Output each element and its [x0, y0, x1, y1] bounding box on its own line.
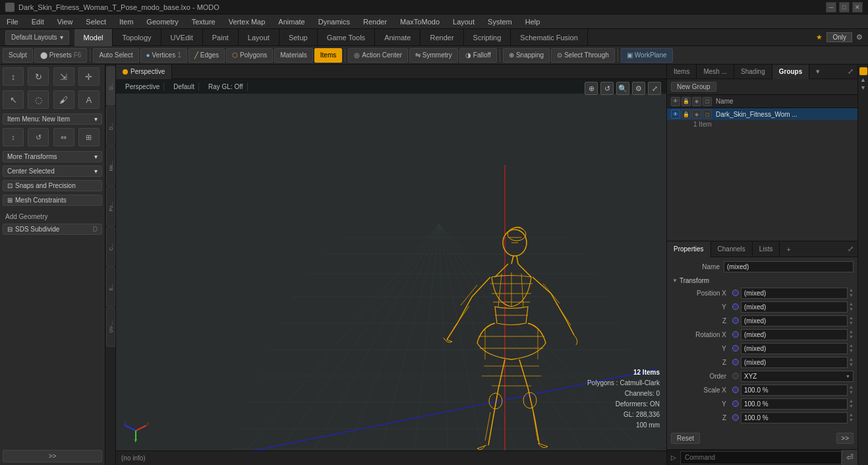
pt-add-button[interactable]: +: [782, 245, 794, 253]
menu-geometry[interactable]: Geometry: [140, 15, 185, 29]
gh-select-icon[interactable]: ◻: [703, 97, 712, 106]
tab-topology[interactable]: Topology: [113, 29, 161, 46]
menu-texture[interactable]: Texture: [185, 15, 222, 29]
tab-scripting[interactable]: Scripting: [464, 29, 511, 46]
side-item-5[interactable]: C...: [106, 227, 115, 266]
tab-paint[interactable]: Paint: [203, 29, 239, 46]
group-eye-icon[interactable]: 👁: [671, 109, 680, 119]
menu-help[interactable]: Help: [519, 15, 547, 29]
rp-tab-mesh[interactable]: Mesh ...: [697, 65, 734, 79]
edges-button[interactable]: ╱ Edges: [188, 48, 225, 63]
group-lock-icon[interactable]: 🔒: [681, 109, 691, 119]
mesh-constraints-button[interactable]: ⊞ Mesh Constraints: [3, 195, 102, 206]
tab-setup[interactable]: Setup: [279, 29, 318, 46]
rp-expand-button[interactable]: ⤢: [844, 67, 857, 76]
presets-button[interactable]: ⬤ Presets F6: [34, 48, 88, 63]
menu-edit[interactable]: Edit: [25, 15, 51, 29]
prop-rotation-x-arrows[interactable]: ▲ ▼: [849, 329, 854, 340]
star-button[interactable]: ★: [816, 33, 823, 42]
prop-rotation-x-value[interactable]: (mixed): [741, 329, 848, 340]
prop-rotation-z-value[interactable]: (mixed): [741, 357, 848, 368]
tool-select-arrow[interactable]: ↖: [3, 90, 24, 109]
prop-position-z-arrows[interactable]: ▲ ▼: [849, 315, 854, 326]
prop-position-z-circle[interactable]: [732, 317, 739, 324]
prop-scale-z-circle[interactable]: [732, 414, 739, 421]
snapping-button[interactable]: ⊕ Snapping: [503, 48, 550, 63]
vp-ray-gl[interactable]: Ray GL: Off: [204, 82, 248, 91]
side-item-3[interactable]: Me...: [106, 146, 115, 186]
prop-rotation-x-circle[interactable]: [732, 331, 739, 338]
falloff-button[interactable]: ◑ Falloff: [459, 48, 497, 63]
only-button[interactable]: Only: [826, 32, 852, 42]
prop-scale-z-arrows[interactable]: ▲ ▼: [849, 412, 854, 423]
tab-layout[interactable]: Layout: [239, 29, 279, 46]
auto-select-button[interactable]: Auto Select: [93, 48, 138, 63]
rs-active-button[interactable]: [859, 67, 867, 75]
viewport-rotate-icon[interactable]: ↺: [600, 82, 614, 95]
tab-game-tools[interactable]: Game Tools: [318, 29, 376, 46]
new-group-button[interactable]: New Group: [671, 82, 716, 92]
tool-text[interactable]: A: [78, 90, 100, 109]
prop-position-z-value[interactable]: (mixed): [741, 315, 848, 326]
rp-tab-groups[interactable]: Groups: [772, 65, 810, 79]
collapse-button[interactable]: >>: [3, 450, 102, 462]
side-item-7[interactable]: UV-...: [106, 307, 115, 347]
tool-transform[interactable]: ✛: [78, 67, 100, 86]
items-button[interactable]: Items: [314, 48, 342, 63]
rs-up-arrow[interactable]: ▲: [860, 77, 866, 83]
rp-tab-shading[interactable]: Shading: [734, 65, 772, 79]
maximize-button[interactable]: □: [839, 2, 850, 13]
prop-scale-y-value[interactable]: 100.0 %: [741, 398, 848, 410]
command-input[interactable]: [680, 451, 842, 464]
prop-scale-z-value[interactable]: 100.0 %: [741, 412, 848, 423]
menu-select[interactable]: Select: [79, 15, 113, 29]
polygons-button[interactable]: ⬡ Polygons: [226, 48, 273, 63]
command-exec-button[interactable]: ⏎: [842, 450, 857, 466]
rp-tab-add[interactable]: ▾: [812, 67, 824, 76]
tab-render[interactable]: Render: [420, 29, 463, 46]
vp-shader[interactable]: Default: [169, 82, 199, 91]
tool-scale[interactable]: ⇲: [53, 67, 74, 86]
pt-expand-button[interactable]: ⤢: [844, 245, 857, 253]
tool-all-t[interactable]: ⊞: [78, 128, 100, 146]
prop-position-x-value[interactable]: (mixed): [741, 288, 848, 299]
rs-down-arrow[interactable]: ▼: [860, 84, 866, 91]
menu-system[interactable]: System: [481, 15, 519, 29]
prop-position-y-arrows[interactable]: ▲ ▼: [849, 301, 854, 312]
select-through-button[interactable]: ⊙ Select Through: [551, 48, 615, 63]
tab-model[interactable]: Model: [74, 29, 113, 46]
pt-tab-properties[interactable]: Properties: [667, 241, 711, 257]
prop-down-arrow[interactable]: ▼: [849, 293, 854, 298]
viewport-zoom-icon[interactable]: 🔍: [616, 82, 629, 95]
symmetry-button[interactable]: ⇋ Symmetry: [409, 48, 458, 63]
prop-scale-y-arrows[interactable]: ▲ ▼: [849, 398, 854, 409]
tool-scale-t[interactable]: ⇔: [53, 128, 74, 146]
prop-scale-y-circle[interactable]: [732, 400, 739, 407]
viewport-fit-icon[interactable]: ⊕: [585, 82, 598, 95]
menu-vertex-map[interactable]: Vertex Map: [222, 15, 272, 29]
prop-rotation-y-value[interactable]: (mixed): [741, 343, 848, 354]
tool-paint[interactable]: 🖌: [53, 90, 74, 109]
side-item-6[interactable]: E...: [106, 267, 115, 307]
side-item-1[interactable]: D...: [106, 66, 115, 106]
group-select-icon[interactable]: ◻: [703, 109, 712, 119]
side-item-2[interactable]: D...: [106, 106, 115, 146]
more-transforms-dropdown[interactable]: More Transforms ▾: [3, 151, 102, 162]
tool-rotate-t[interactable]: ↺: [28, 128, 49, 146]
action-center-button[interactable]: ◎ Action Center: [348, 48, 408, 63]
prop-position-x-circle[interactable]: [732, 290, 739, 296]
side-item-4[interactable]: Po...: [106, 187, 115, 226]
prop-order-dropdown[interactable]: XYZ: [741, 371, 854, 382]
prop-position-y-value[interactable]: (mixed): [741, 301, 848, 313]
minimize-button[interactable]: ─: [826, 2, 836, 13]
rp-tab-items[interactable]: Items: [667, 65, 697, 79]
viewport-tab-perspective[interactable]: Perspective: [116, 65, 172, 79]
vp-view-type[interactable]: Perspective: [121, 82, 164, 91]
tool-move-t[interactable]: ↕: [3, 128, 24, 146]
prop-rotation-z-circle[interactable]: [732, 359, 739, 365]
prop-position-x-arrows[interactable]: ▲ ▼: [849, 288, 854, 298]
menu-render[interactable]: Render: [357, 15, 393, 29]
transform-section-header[interactable]: Transform: [671, 275, 854, 286]
viewport-3d[interactable]: Perspective Default Ray GL: Off ⊕ ↺ 🔍 ⚙ …: [116, 79, 666, 450]
prop-scale-x-circle[interactable]: [732, 387, 739, 393]
